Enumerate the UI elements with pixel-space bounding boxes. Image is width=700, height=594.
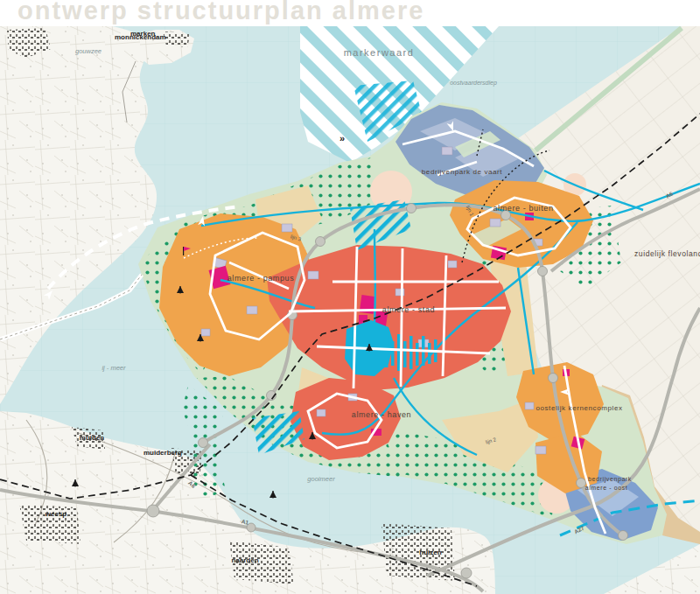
label-gooimeer: gooimeer xyxy=(307,475,335,483)
label-bedrijvenpark-de-vaart: bedrijvenpark de vaart xyxy=(422,168,503,176)
label-zuidelijk-flevoland: zuidelijk flevoland xyxy=(634,249,700,258)
label-bedrijvenpark-almere-oost-2: almere - oost xyxy=(585,485,628,491)
map-title: ontwerp structuurplan almere xyxy=(18,0,424,25)
label-ij-meer: ij - meer xyxy=(102,364,126,372)
label-muiderberg: muiderberg xyxy=(144,449,182,457)
label-oostvaardersdiep: oostvaardersdiep xyxy=(450,80,497,87)
label-naarden: naarden xyxy=(231,556,258,564)
label-bedrijvenpark-almere-oost-1: bedrijvenpark xyxy=(588,476,632,483)
label-almere-haven: almere - haven xyxy=(352,410,411,419)
label-oostelijk-kernencomplex: oostelijk kernencomplex xyxy=(536,404,622,412)
label-almere-stad: almere - stad xyxy=(382,305,435,314)
label-almere-pampus: almere - pampus xyxy=(228,274,295,283)
chevron-mark: » xyxy=(340,133,345,143)
label-almere-buiten: almere - buiten xyxy=(493,204,553,213)
label-huizen: huizen xyxy=(419,549,441,556)
canal-north xyxy=(374,229,375,322)
town-marken xyxy=(163,31,191,47)
map-canvas: » markerwaard gouwzee oostvaardersdiep i… xyxy=(0,26,700,594)
scanned-map-page: ontwerp structuurplan almere xyxy=(0,0,700,594)
label-marken: marken xyxy=(130,30,156,38)
label-markerwaard: markerwaard xyxy=(344,47,415,58)
label-weesp: weesp xyxy=(45,510,67,518)
label-muiden: muiden xyxy=(80,434,105,442)
label-gouwzee: gouwzee xyxy=(75,47,102,55)
